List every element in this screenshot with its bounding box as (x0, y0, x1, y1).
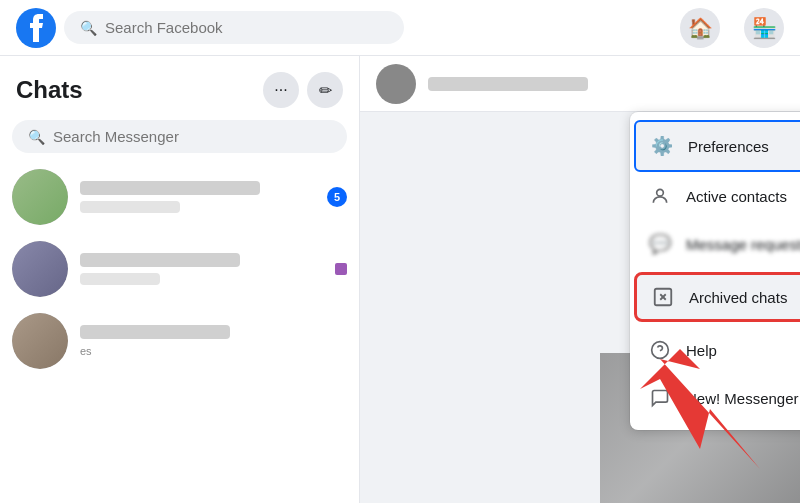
global-search-input[interactable] (105, 19, 388, 36)
menu-item-new-messenger[interactable]: New! Messenger for (630, 374, 800, 422)
chat-info: es (80, 325, 347, 357)
help-icon (646, 336, 674, 364)
purple-badge (335, 263, 347, 275)
message-requests-icon: 💬 (646, 230, 674, 258)
list-item[interactable]: 5 (0, 161, 359, 233)
active-contacts-label: Active contacts (686, 188, 787, 205)
messenger-search-bar[interactable]: 🔍 (12, 120, 347, 153)
chat-preview: es (80, 345, 140, 357)
help-label: Help (686, 342, 717, 359)
chat-name (80, 253, 240, 267)
content-area: ⚙️ Preferences Active contacts 💬 Message… (360, 56, 800, 503)
home-button[interactable]: 🏠 (680, 8, 720, 48)
archived-chats-label: Archived chats (689, 289, 787, 306)
menu-item-help[interactable]: Help (630, 326, 800, 374)
chat-preview (80, 201, 180, 213)
avatar (12, 241, 68, 297)
status-badge: 5 (327, 187, 347, 207)
facebook-logo[interactable] (16, 8, 56, 48)
chat-list: 5 es (0, 161, 359, 503)
message-requests-label: Message requests (686, 236, 800, 253)
global-search-bar[interactable]: 🔍 (64, 11, 404, 44)
main-layout: Chats ··· ✏ 🔍 (0, 56, 800, 503)
menu-item-active-contacts[interactable]: Active contacts (630, 172, 800, 220)
dropdown-menu: ⚙️ Preferences Active contacts 💬 Message… (630, 112, 800, 430)
chat-info (80, 181, 315, 213)
preferences-label: Preferences (688, 138, 769, 155)
menu-item-message-requests[interactable]: 💬 Message requests (630, 220, 800, 268)
sidebar-header: Chats ··· ✏ (0, 56, 359, 116)
chat-name (80, 325, 230, 339)
messenger-search-input[interactable] (53, 128, 331, 145)
new-messenger-label: New! Messenger for (686, 390, 800, 407)
list-item[interactable]: es (0, 305, 359, 377)
sidebar-header-icons: ··· ✏ (263, 72, 343, 108)
svg-point-1 (657, 189, 664, 196)
chat-info (80, 253, 323, 285)
top-navigation: 🔍 🏠 🏪 (0, 0, 800, 56)
store-icon: 🏪 (752, 16, 777, 40)
search-icon: 🔍 (80, 20, 97, 36)
home-icon: 🏠 (688, 16, 713, 40)
chat-sidebar: Chats ··· ✏ 🔍 (0, 56, 360, 503)
preferences-icon: ⚙️ (648, 132, 676, 160)
new-messenger-icon (646, 384, 674, 412)
sidebar-title: Chats (16, 76, 255, 104)
contact-name (428, 77, 588, 91)
active-contacts-icon (646, 182, 674, 210)
avatar (12, 313, 68, 369)
more-options-button[interactable]: ··· (263, 72, 299, 108)
list-item[interactable] (0, 233, 359, 305)
more-icon: ··· (274, 81, 287, 99)
store-button[interactable]: 🏪 (744, 8, 784, 48)
archived-chats-icon (649, 283, 677, 311)
content-header (360, 56, 800, 112)
menu-item-archived-chats[interactable]: Archived chats (634, 272, 800, 322)
avatar (376, 64, 416, 104)
search-icon: 🔍 (28, 129, 45, 145)
compose-button[interactable]: ✏ (307, 72, 343, 108)
chat-preview (80, 273, 160, 285)
chat-name (80, 181, 260, 195)
avatar (12, 169, 68, 225)
nav-icon-group: 🏠 🏪 (680, 8, 784, 48)
compose-icon: ✏ (319, 81, 332, 100)
menu-item-preferences[interactable]: ⚙️ Preferences (634, 120, 800, 172)
